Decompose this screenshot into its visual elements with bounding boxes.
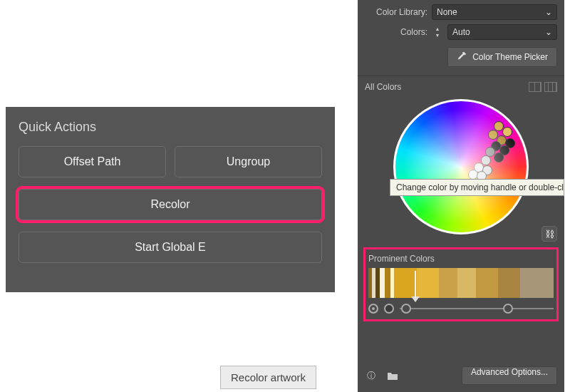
folder-icon[interactable]: [386, 369, 399, 382]
ungroup-button[interactable]: Ungroup: [175, 146, 322, 177]
color-segment[interactable]: [476, 268, 498, 298]
recolor-button[interactable]: Recolor: [19, 189, 322, 220]
color-handle[interactable]: [494, 153, 504, 163]
info-icon[interactable]: ⓘ: [365, 369, 378, 382]
color-theme-picker-label: Color Theme Picker: [472, 52, 548, 62]
view-wheel-icon[interactable]: [529, 82, 542, 92]
eyedropper-icon: [457, 52, 467, 62]
balance-slider[interactable]: [400, 308, 554, 309]
start-global-edit-button[interactable]: Start Global E: [19, 232, 322, 263]
color-segment[interactable]: [520, 268, 554, 298]
slider-knob-right[interactable]: [503, 304, 513, 314]
colors-stepper[interactable]: ▲ ▼: [432, 24, 443, 40]
color-segment[interactable]: [417, 268, 439, 298]
color-handle[interactable]: [505, 138, 515, 148]
color-handle[interactable]: [494, 121, 504, 131]
stepper-down-icon: ▼: [435, 33, 440, 38]
color-library-label: Color Library:: [365, 7, 428, 17]
color-handle[interactable]: [468, 170, 478, 180]
chevron-down-icon: ⌄: [545, 7, 552, 17]
color-segment[interactable]: [380, 268, 385, 298]
color-handle[interactable]: [488, 130, 498, 140]
recolor-panel: Color Library: None ⌄ Colors: ▲ ▼ Auto ⌄…: [358, 0, 564, 392]
prominent-colors-title: Prominent Colors: [366, 249, 556, 268]
colors-label: Colors:: [365, 27, 428, 37]
color-theme-picker-button[interactable]: Color Theme Picker: [447, 47, 557, 67]
chevron-down-icon: ⌄: [545, 27, 552, 37]
quick-actions-title: Quick Actions: [19, 120, 322, 135]
color-segment[interactable]: [394, 268, 416, 298]
slider-knob-left[interactable]: [401, 304, 411, 314]
color-handle[interactable]: [499, 145, 509, 155]
color-library-select[interactable]: None ⌄: [432, 4, 557, 20]
color-segment[interactable]: [498, 268, 520, 298]
view-bars-icon[interactable]: [544, 82, 557, 92]
stepper-up-icon: ▲: [435, 26, 440, 31]
prominent-slider-thumb[interactable]: [411, 296, 420, 302]
color-handle[interactable]: [491, 141, 501, 151]
color-handle[interactable]: [502, 127, 512, 137]
color-handle[interactable]: [481, 155, 491, 165]
prominent-colors-section: Prominent Colors: [363, 247, 559, 321]
quick-actions-panel: Quick Actions Offset Path Ungroup Recolo…: [6, 107, 335, 292]
link-colors-toggle[interactable]: ⛓: [542, 226, 557, 242]
color-segment[interactable]: [439, 268, 457, 298]
offset-path-button[interactable]: Offset Path: [19, 146, 166, 177]
weight-mode-b[interactable]: [384, 304, 394, 314]
all-colors-title: All Colors: [365, 82, 401, 92]
advanced-options-button[interactable]: Advanced Options...: [462, 366, 557, 385]
chain-icon: ⛓: [545, 229, 554, 239]
prominent-colors-bar[interactable]: [368, 268, 554, 298]
color-segment[interactable]: [385, 268, 390, 298]
colors-select[interactable]: Auto ⌄: [447, 24, 557, 40]
weight-mode-a[interactable]: [368, 304, 378, 314]
color-segment[interactable]: [457, 268, 476, 298]
color-wheel[interactable]: [393, 99, 529, 234]
recolor-tooltip: Recolor artwork: [220, 366, 316, 389]
colors-value: Auto: [452, 27, 470, 37]
color-handle[interactable]: [474, 163, 484, 172]
color-handle[interactable]: [482, 165, 492, 175]
color-library-value: None: [437, 7, 457, 17]
color-handle[interactable]: [485, 147, 495, 157]
color-handle[interactable]: [497, 135, 507, 145]
wheel-tooltip: Change color by moving handle or double-…: [390, 179, 564, 196]
